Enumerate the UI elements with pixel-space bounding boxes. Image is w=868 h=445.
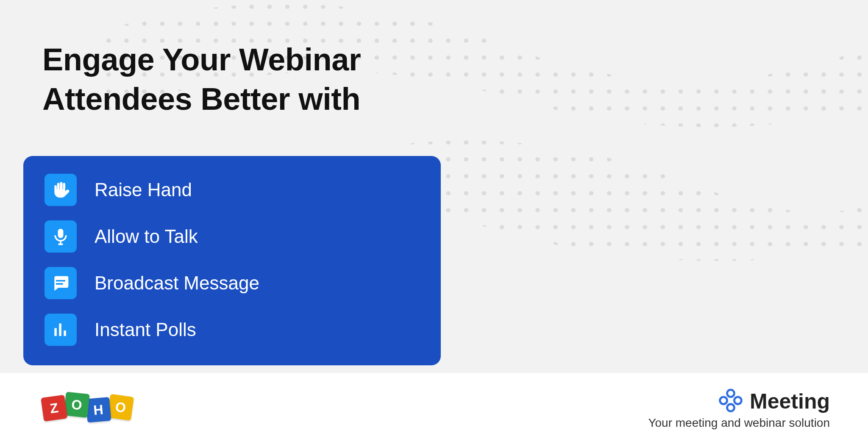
zoho-logo: Z O H O [42, 397, 132, 421]
svg-point-2 [727, 404, 734, 411]
message-icon [45, 267, 77, 299]
svg-point-4 [734, 397, 742, 404]
meeting-product-name: Meeting [750, 389, 830, 414]
zoho-letter-h: H [86, 397, 111, 423]
feature-raise-hand: Raise Hand [45, 174, 420, 206]
zoho-letter-o1: O [64, 392, 90, 418]
footer: Z O H O Meeting Your meeting and webinar… [0, 373, 868, 445]
meeting-brand-top: Meeting [718, 388, 830, 414]
zoho-letter-z: Z [41, 395, 67, 421]
poll-icon [45, 314, 77, 346]
meeting-flower-icon [718, 388, 743, 414]
feature-label: Broadcast Message [95, 273, 259, 294]
svg-point-3 [720, 397, 727, 404]
meeting-tagline: Your meeting and webinar solution [648, 416, 830, 430]
page-headline: Engage Your Webinar Attendees Better wit… [42, 40, 361, 119]
svg-point-1 [727, 390, 734, 397]
hand-icon [45, 174, 77, 206]
feature-broadcast-message: Broadcast Message [45, 267, 420, 299]
feature-label: Raise Hand [95, 179, 192, 200]
features-card: Raise Hand Allow to Talk Broadcast Messa… [23, 156, 441, 365]
feature-label: Instant Polls [95, 319, 196, 340]
meeting-brand: Meeting Your meeting and webinar solutio… [648, 388, 830, 430]
zoho-letter-o2: O [107, 394, 134, 420]
feature-allow-to-talk: Allow to Talk [45, 220, 420, 253]
mic-icon [45, 220, 77, 253]
hero-section: Engage Your Webinar Attendees Better wit… [0, 0, 868, 373]
feature-instant-polls: Instant Polls [45, 314, 420, 346]
headline-line2: Attendees Better with [42, 81, 360, 117]
headline-line1: Engage Your Webinar [42, 42, 361, 77]
feature-label: Allow to Talk [95, 226, 198, 247]
